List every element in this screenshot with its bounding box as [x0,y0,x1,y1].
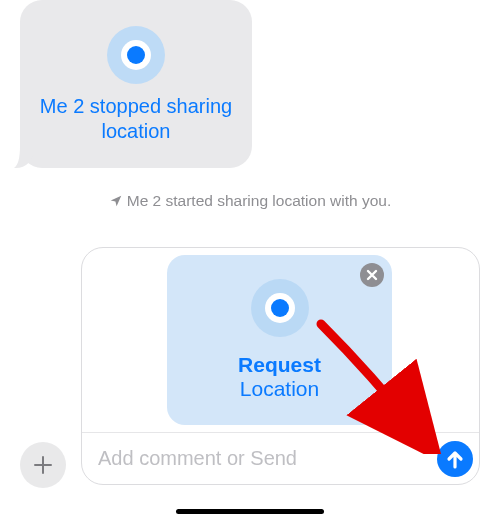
remove-attachment-button[interactable] [360,263,384,287]
request-card-text: Request Location [238,353,321,401]
bubble-text: Me 2 stopped sharing location [20,94,252,144]
location-dot-icon [107,26,165,84]
location-dot-icon [251,279,309,337]
navigation-arrow-icon [109,194,123,208]
home-indicator [176,509,324,514]
compose-card: Request Location [81,247,480,485]
plus-icon [32,454,54,476]
send-button[interactable] [437,441,473,477]
request-card-title: Request [238,353,321,377]
request-card-subtitle: Location [238,377,321,401]
system-message-text: Me 2 started sharing location with you. [127,192,392,210]
compose-input-row [82,432,479,484]
chat-bubble[interactable]: Me 2 stopped sharing location [20,0,252,168]
comment-input[interactable] [98,447,437,470]
close-icon [366,269,378,281]
add-button[interactable] [20,442,66,488]
system-message: Me 2 started sharing location with you. [0,192,500,210]
request-location-card[interactable]: Request Location [167,255,392,425]
arrow-up-icon [446,449,464,469]
